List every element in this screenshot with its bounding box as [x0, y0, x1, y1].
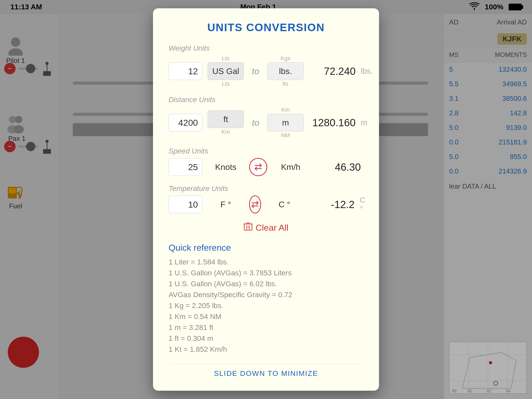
distance-from-unit-button[interactable]: ft	[208, 110, 244, 128]
weight-result: 72.240	[309, 65, 356, 77]
quick-ref-item-7: 1 ft = 0.304 m	[169, 334, 363, 343]
temperature-swap-button[interactable]	[249, 195, 261, 214]
quick-ref-item-2: 1 U.S. Gallon (AVGas) = 6.02 lbs.	[169, 280, 363, 288]
slide-down-area[interactable]: SLIDE DOWN TO MINIMIZE	[169, 364, 363, 378]
weight-to-label: to	[249, 66, 262, 76]
weight-from-unit-button[interactable]: US Gal	[208, 62, 244, 80]
distance-row: ft Km to Km m NM 1280.160 m	[169, 107, 363, 139]
weight-label: Weight Units	[169, 44, 363, 52]
temperature-input[interactable]	[169, 196, 202, 213]
weight-from-unit-selector[interactable]: Lts US Gal Lts	[208, 55, 244, 87]
temperature-row: F ° C ° -12.2 C °	[169, 195, 363, 214]
temperature-result: -12.2	[308, 199, 355, 210]
speed-row: Knots Km/h 46.30	[169, 158, 363, 176]
distance-label: Distance Units	[169, 96, 363, 104]
distance-input[interactable]	[169, 114, 202, 131]
distance-from-unit-selector[interactable]: ft Km	[208, 110, 244, 135]
speed-swap-button[interactable]	[249, 158, 267, 176]
quick-ref-item-5: 1 Km = 0.54 NM	[169, 312, 363, 321]
speed-section: Speed Units Knots Km/h 46.30	[169, 147, 363, 176]
quick-ref-title: Quick reference	[169, 243, 363, 253]
temperature-to-unit: C °	[266, 196, 303, 213]
clear-all-label: Clear All	[256, 223, 289, 233]
weight-to-unit-selector[interactable]: Kgs lbs. lts	[267, 55, 304, 87]
trash-icon	[244, 222, 252, 233]
weight-from-above: Lts	[222, 55, 229, 62]
modal-title: UNITS CONVERSION	[169, 21, 363, 34]
weight-section: Weight Units Lts US Gal Lts to Kgs lbs. …	[169, 44, 363, 87]
quick-ref-item-8: 1 Kt = 1.852 Km/h	[169, 345, 363, 354]
distance-to-label: to	[249, 118, 262, 128]
clear-all-button[interactable]: Clear All	[244, 222, 289, 233]
distance-to-unit-button[interactable]: m	[267, 114, 304, 131]
distance-result: 1280.160	[309, 117, 356, 129]
distance-from-below: Km	[222, 129, 230, 135]
weight-row: Lts US Gal Lts to Kgs lbs. lts 72.240 lb…	[169, 55, 363, 87]
speed-result: 46.30	[314, 161, 361, 173]
distance-section: Distance Units ft Km to Km m NM 1280.160…	[169, 96, 363, 139]
quick-ref-item-3: AVGas Density/Specific Gravity = 0.72	[169, 291, 363, 299]
temperature-section: Temperature Units F ° C ° -12.2 C °	[169, 184, 363, 214]
temperature-result-unit: C °	[360, 196, 365, 213]
quick-ref-item-1: 1 U.S. Gallon (AVGas) = 3.7853 Liters	[169, 269, 363, 277]
distance-to-unit-selector[interactable]: Km m NM	[267, 107, 304, 139]
weight-result-unit: lbs.	[361, 67, 373, 76]
quick-ref-item-4: 1 Kg = 2.205 lbs.	[169, 302, 363, 310]
temperature-from-unit: F °	[208, 196, 244, 213]
weight-to-unit-button[interactable]: lbs.	[267, 62, 304, 80]
quick-ref-item-6: 1 m = 3.281 ft	[169, 323, 363, 332]
quick-ref-list: 1 Liter = 1.584 lbs. 1 U.S. Gallon (AVGa…	[169, 258, 363, 354]
units-conversion-modal: UNITS CONVERSION Weight Units Lts US Gal…	[153, 8, 379, 391]
weight-to-below: lts	[283, 81, 288, 87]
speed-input[interactable]	[169, 158, 202, 176]
weight-from-below: Lts	[222, 81, 229, 87]
quick-ref-item-0: 1 Liter = 1.584 lbs.	[169, 258, 363, 266]
slide-down-text: SLIDE DOWN TO MINIMIZE	[214, 369, 318, 377]
speed-from-unit: Knots	[208, 158, 244, 176]
weight-to-above: Kgs	[281, 55, 290, 62]
distance-result-unit: m	[361, 118, 367, 127]
temperature-label: Temperature Units	[169, 184, 363, 193]
distance-to-above: Km	[281, 107, 290, 113]
speed-label: Speed Units	[169, 147, 363, 155]
quick-reference-section: Quick reference 1 Liter = 1.584 lbs. 1 U…	[169, 243, 363, 354]
speed-to-unit: Km/h	[272, 158, 309, 176]
weight-input[interactable]	[169, 62, 202, 80]
distance-to-below: NM	[281, 132, 290, 139]
